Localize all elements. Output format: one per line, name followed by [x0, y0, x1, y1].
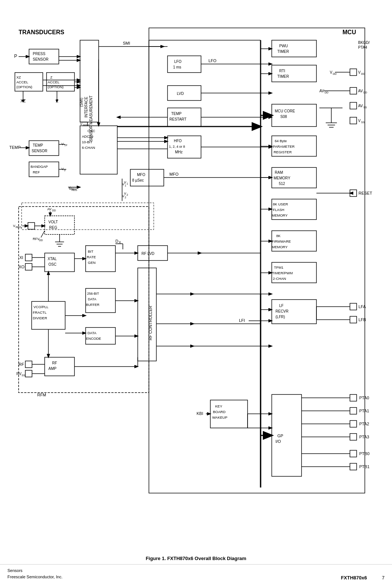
svg-text:LVD: LVD [177, 92, 184, 96]
svg-text:AV: AV [358, 89, 363, 93]
svg-text:DD: DD [325, 91, 328, 94]
svg-text:PTA4: PTA4 [358, 45, 367, 49]
svg-text:DIVIDER: DIVIDER [33, 316, 47, 320]
svg-text:ADC10: ADC10 [82, 134, 93, 138]
svg-text:REG: REG [71, 188, 76, 190]
svg-text:RF LVD: RF LVD [141, 252, 154, 256]
svg-text:I/O: I/O [275, 439, 281, 444]
svg-text:REGISTER: REGISTER [274, 150, 292, 154]
svg-text:DD: DD [52, 209, 56, 212]
svg-text:RFM: RFM [37, 393, 46, 397]
svg-text:LFA: LFA [358, 304, 366, 309]
svg-text:1 ms: 1 ms [173, 65, 181, 69]
svg-text:2: 2 [125, 196, 126, 199]
svg-text:RF: RF [52, 361, 57, 365]
svg-text:DD: DD [361, 73, 365, 75]
svg-text:MHz: MHz [175, 150, 183, 154]
svg-text:PARAMETER: PARAMETER [273, 144, 295, 148]
svg-text:(SMI): (SMI) [79, 98, 83, 107]
svg-text:2: 2 [127, 194, 128, 196]
svg-text:BUFFER: BUFFER [86, 303, 100, 307]
svg-text:RF CONTROLLER: RF CONTROLLER [148, 306, 153, 340]
svg-text:SS: SS [22, 374, 25, 377]
svg-text:AMP: AMP [48, 367, 57, 371]
svg-text:AV: AV [358, 104, 363, 108]
footer: Sensors Freescale Semiconductor, Inc. FX… [0, 564, 392, 585]
svg-text:FIRMWARE: FIRMWARE [272, 239, 291, 243]
svg-text:TEMP: TEMP [33, 143, 43, 147]
svg-text:TRANSDUCERS: TRANSDUCERS [19, 29, 64, 35]
svg-text:1: 1 [125, 184, 126, 187]
svg-text:S08: S08 [280, 115, 287, 119]
block-diagram-svg: TRANSDUCERS MCU P PRESS SENSOR XZ ACCEL … [7, 7, 383, 536]
svg-text:XO: XO [19, 265, 25, 269]
svg-text:WAKEUP: WAKEUP [212, 415, 227, 419]
svg-text:RESET: RESET [358, 191, 372, 195]
svg-text:KEY: KEY [215, 404, 223, 408]
svg-text:ACCEL: ACCEL [16, 80, 28, 84]
svg-text:GEN: GEN [88, 260, 96, 265]
svg-text:PTB1: PTB1 [359, 464, 370, 469]
svg-text:OSC: OSC [87, 129, 95, 133]
svg-text:TIMER/PWM: TIMER/PWM [272, 271, 293, 275]
figure-caption: Figure 1. FXTH870x6 Overall Block Diagra… [0, 551, 392, 564]
svg-text:BIT: BIT [88, 249, 93, 253]
svg-text:V: V [358, 119, 361, 123]
svg-text:KBI: KBI [197, 411, 203, 416]
svg-text:AV: AV [47, 207, 51, 211]
svg-text:LFO: LFO [208, 58, 217, 63]
svg-text:MCU: MCU [342, 29, 356, 35]
svg-text:V: V [80, 122, 82, 126]
svg-text:MEMORY: MEMORY [272, 245, 288, 249]
diagram-area: TRANSDUCERS MCU P PRESS SENSOR XZ ACCEL … [0, 0, 392, 551]
svg-text:REF: REF [33, 170, 40, 174]
svg-text:TIMER: TIMER [277, 49, 289, 54]
svg-text:SMI: SMI [123, 41, 130, 45]
svg-text:ENCODE: ENCODE [86, 336, 101, 341]
svg-text:MEMORY: MEMORY [274, 176, 290, 180]
svg-text:PTB0: PTB0 [359, 451, 370, 456]
svg-text:TEMP: TEMP [171, 112, 182, 116]
svg-text:V: V [124, 180, 126, 184]
svg-text:LF: LF [279, 304, 284, 308]
svg-text:DD: DD [333, 73, 337, 75]
svg-text:Z: Z [50, 75, 52, 79]
svg-text:SS: SS [361, 121, 365, 124]
svg-text:FLASH: FLASH [273, 208, 284, 212]
svg-text:SS: SS [363, 106, 367, 109]
svg-text:LFI: LFI [239, 318, 245, 323]
svg-text:2-CHAN: 2-CHAN [273, 276, 286, 281]
svg-text:PTA3: PTA3 [359, 435, 369, 439]
svg-text:PTA0: PTA0 [359, 396, 369, 400]
svg-text:MCU CORE: MCU CORE [275, 109, 295, 113]
svg-text:10-BIT: 10-BIT [82, 140, 93, 144]
svg-text:6-CHAN: 6-CHAN [82, 146, 95, 150]
svg-text:TIMER: TIMER [277, 74, 289, 79]
svg-text:64 Byte: 64 Byte [275, 139, 287, 143]
svg-text:INTERFACE: INTERFACE [84, 97, 88, 118]
svg-text:(OPTION): (OPTION) [16, 85, 32, 89]
svg-text:V: V [61, 167, 64, 171]
svg-text:V: V [13, 224, 15, 228]
svg-text:DATA: DATA [88, 297, 96, 301]
svg-text:V: V [358, 70, 361, 74]
svg-text:GP: GP [277, 434, 283, 438]
page-number: 7 [382, 575, 385, 581]
svg-text:PRESS: PRESS [33, 52, 45, 56]
svg-text:XZ: XZ [16, 75, 21, 79]
svg-text:RAM: RAM [275, 170, 283, 175]
svg-text:SENS: SENS [83, 124, 90, 127]
svg-text:TPM1: TPM1 [274, 265, 283, 269]
svg-text:D: D [115, 239, 118, 243]
svg-text:VOLT: VOLT [48, 220, 58, 224]
svg-text:8K: 8K [276, 234, 281, 238]
svg-text:RESTART: RESTART [169, 117, 187, 121]
svg-text:XI: XI [19, 255, 23, 260]
svg-text:HFO: HFO [174, 139, 182, 143]
svg-text:RATE: RATE [87, 255, 96, 259]
svg-text:RTI: RTI [279, 69, 285, 73]
svg-text:V: V [68, 186, 70, 189]
svg-text:REG: REG [49, 226, 57, 230]
svg-text:8K USER: 8K USER [273, 202, 288, 206]
page: TRANSDUCERS MCU P PRESS SENSOR XZ ACCEL … [0, 0, 392, 585]
